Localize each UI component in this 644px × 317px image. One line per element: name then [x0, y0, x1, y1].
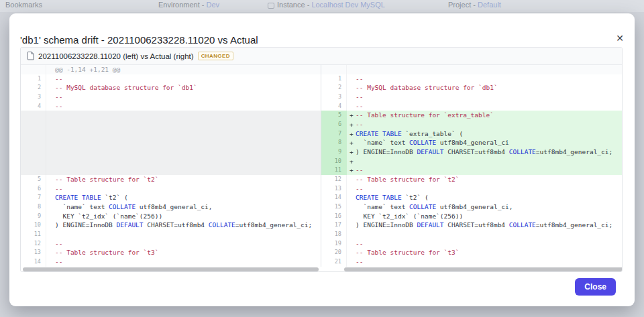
- diff-line: 17) ENGINE=InnoDB DEFAULT CHARSET=utf8mb…: [321, 220, 622, 230]
- line-number: 1: [21, 74, 46, 84]
- diff-line: [21, 120, 321, 129]
- instance-icon: [268, 3, 274, 9]
- line-number: 3: [21, 92, 46, 102]
- line-number: 12: [21, 239, 46, 249]
- code-text: -- Table structure for `t3`: [46, 248, 321, 257]
- code-text: [46, 129, 321, 139]
- environment-selector: Environment - Dev: [158, 1, 219, 9]
- line-number: 1: [321, 74, 347, 84]
- line-number: [21, 65, 46, 74]
- diff-line: [21, 147, 321, 157]
- line-number: 20: [321, 248, 347, 257]
- diff-line: [21, 111, 321, 120]
- code-text: `name` text COLLATE utf8mb4_general_ci,: [347, 202, 622, 212]
- code-text: +--: [347, 166, 622, 175]
- diff-line: 9+) ENGINE=InnoDB DEFAULT CHARSET=utf8mb…: [321, 147, 622, 157]
- close-button[interactable]: Close: [575, 278, 616, 296]
- diff-line: 14--: [21, 257, 321, 267]
- code-text: CREATE TABLE `t2` (: [46, 193, 321, 202]
- code-text: --: [347, 102, 622, 111]
- diff-line: 10+: [321, 157, 622, 166]
- diff-line: [21, 166, 321, 175]
- line-number: 7: [321, 129, 347, 139]
- line-number: 5: [321, 111, 347, 120]
- code-text: [46, 138, 321, 147]
- code-text: `name` text COLLATE utf8mb4_general_ci,: [46, 202, 321, 212]
- instance-selector: Instance - Localhost Dev MySQL: [277, 1, 385, 9]
- line-number: 14: [321, 193, 347, 202]
- project-selector: Project - Default: [448, 1, 501, 9]
- code-text: [46, 157, 321, 166]
- right-pane-hscrollbar[interactable]: [344, 267, 623, 271]
- diff-line: 8+ `name` text COLLATE utf8mb4_general_c…: [321, 138, 622, 147]
- code-text: KEY `t2_idx` (`name`(256)): [347, 212, 622, 221]
- code-text: ) ENGINE=InnoDB DEFAULT CHARSET=utf8mb4 …: [347, 220, 622, 230]
- bookmarks-label: Bookmarks: [5, 1, 42, 9]
- diff-line: 7CREATE TABLE `t2` (: [21, 193, 321, 202]
- line-number: 7: [21, 193, 46, 202]
- line-number: 6: [21, 184, 46, 194]
- instance-link: Localhost Dev MySQL: [311, 1, 384, 9]
- line-number: 5: [21, 175, 46, 184]
- code-text: --: [347, 184, 622, 194]
- line-number: 19: [321, 239, 347, 249]
- diff-line: [21, 157, 321, 166]
- line-number: 6: [321, 120, 347, 129]
- diff-body: @@ -1,14 +1,21 @@1--2-- MySQL database s…: [21, 65, 622, 267]
- code-text: --: [46, 184, 321, 194]
- line-number: 2: [21, 83, 46, 92]
- line-number: 21: [321, 257, 347, 267]
- close-icon[interactable]: ✕: [616, 34, 624, 43]
- line-number: 18: [321, 230, 347, 239]
- line-number: 2: [321, 83, 347, 92]
- diff-pane-left: @@ -1,14 +1,21 @@1--2-- MySQL database s…: [21, 65, 321, 267]
- diff-header: 20211006233228.11020 (left) vs Actual (r…: [21, 48, 622, 65]
- code-text: @@ -1,14 +1,21 @@: [46, 65, 321, 74]
- diff-line: 11+--: [321, 166, 622, 175]
- line-number: [21, 157, 46, 166]
- code-text: --: [46, 92, 321, 102]
- diff-line: 18: [321, 230, 622, 239]
- diff-line: 5+-- Table structure for `extra_table`: [321, 111, 622, 120]
- diff-line: 5-- Table structure for `t2`: [21, 175, 321, 184]
- environment-link: Dev: [207, 1, 220, 9]
- line-number: 11: [21, 230, 46, 239]
- code-text: --: [347, 74, 622, 84]
- line-number: 16: [321, 212, 347, 221]
- left-pane-hscrollbar[interactable]: [23, 267, 319, 271]
- code-text: [347, 230, 622, 239]
- line-number: 8: [321, 138, 347, 147]
- line-number: [21, 138, 46, 147]
- diff-line: 2-- MySQL database structure for `db1`: [321, 83, 622, 92]
- diff-panel: 20211006233228.11020 (left) vs Actual (r…: [20, 47, 623, 272]
- diff-line: 9 KEY `t2_idx` (`name`(256)): [21, 212, 321, 221]
- diff-line: 13--: [321, 184, 622, 194]
- code-text: --: [46, 257, 321, 267]
- line-number: 9: [321, 147, 347, 157]
- line-number: 13: [321, 184, 347, 194]
- diff-line: [21, 129, 321, 139]
- diff-line: [21, 138, 321, 147]
- line-number: 10: [21, 220, 46, 230]
- diff-line: 15 `name` text COLLATE utf8mb4_general_c…: [321, 202, 622, 212]
- diff-line: 12-- Table structure for `t2`: [321, 175, 622, 184]
- line-number: 14: [21, 257, 46, 267]
- line-number: [21, 129, 46, 139]
- code-text: --: [46, 239, 321, 249]
- diff-line: 14CREATE TABLE `t2` (: [321, 193, 622, 202]
- diff-title: 20211006233228.11020 (left) vs Actual (r…: [38, 52, 194, 60]
- code-text: -- MySQL database structure for `db1`: [46, 83, 321, 92]
- diff-line: 2-- MySQL database structure for `db1`: [21, 83, 321, 92]
- background-topbar: Bookmarks Environment - Dev Instance - L…: [0, 0, 644, 12]
- diff-line: 7+CREATE TABLE `extra_table` (: [321, 129, 622, 139]
- project-link: Default: [478, 1, 501, 9]
- code-text: +-- Table structure for `extra_table`: [347, 111, 622, 120]
- line-number: 17: [321, 220, 347, 230]
- line-number: 13: [21, 248, 46, 257]
- diff-line: 21--: [321, 257, 622, 267]
- diff-line: 1--: [21, 74, 321, 84]
- line-number: [21, 147, 46, 157]
- line-number: 10: [321, 157, 347, 166]
- schema-drift-modal: 'db1' schema drift - 20211006233228.1102…: [9, 13, 635, 306]
- code-text: +: [347, 157, 622, 166]
